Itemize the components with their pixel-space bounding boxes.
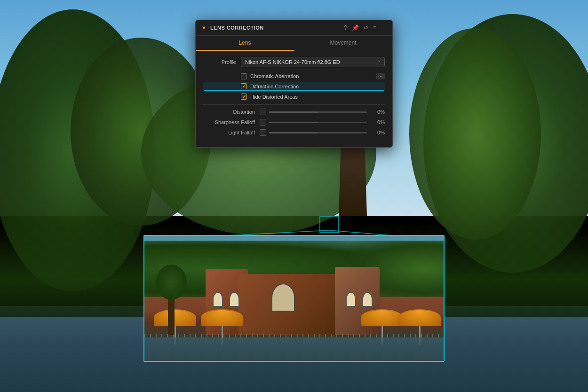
distortion-value: 0% (371, 109, 385, 115)
distortion-slider-row: Distortion 0% (203, 109, 385, 115)
list-icon-btn[interactable]: ≡ (372, 24, 377, 31)
profile-select[interactable]: Nikon AF-S NIKKOR 24-70mm f/2.8G ED ⌃ (241, 57, 385, 67)
distortion-reset-btn[interactable] (260, 109, 266, 115)
separator (203, 104, 385, 105)
profile-label: Profile (203, 59, 236, 65)
undo-icon-btn[interactable]: ↺ (363, 24, 369, 31)
preview-box (143, 235, 445, 362)
diffraction-correction-checkbox[interactable]: ✓ (241, 83, 247, 89)
foliage-center-right (409, 28, 541, 240)
tab-movement[interactable]: Movement (294, 36, 392, 51)
sharpness-falloff-slider-row: Sharpness Falloff 0% (203, 119, 385, 125)
sharpness-falloff-fill (269, 122, 318, 123)
light-falloff-value: 0% (371, 130, 385, 135)
sharpness-falloff-label: Sharpness Falloff (203, 119, 255, 125)
help-icon-btn[interactable]: ? (343, 24, 348, 31)
distortion-label: Distortion (203, 109, 255, 115)
diffraction-correction-label: Diffraction Correction (250, 84, 299, 89)
chromatic-aberration-checkbox[interactable] (241, 73, 247, 79)
light-falloff-label: Light Falloff (203, 130, 255, 135)
distortion-track[interactable] (269, 111, 367, 113)
collapse-icon[interactable]: ▼ (201, 25, 207, 31)
chevron-down-icon: ⌃ (377, 60, 381, 65)
lens-correction-panel: ▼ LENS CORRECTION ? 📌 ↺ ≡ ··· Lens Movem… (195, 20, 393, 148)
panel-title: LENS CORRECTION (210, 25, 339, 31)
more-icon-btn[interactable]: ··· (380, 24, 387, 31)
profile-row: Profile Nikon AF-S NIKKOR 24-70mm f/2.8G… (203, 57, 385, 67)
sharpness-falloff-track[interactable] (269, 122, 367, 123)
sharpness-falloff-reset-btn[interactable] (260, 119, 266, 125)
panel-icon-group: ? 📌 ↺ ≡ ··· (343, 24, 387, 31)
check-icon: ✓ (242, 84, 246, 89)
light-falloff-track[interactable] (269, 132, 367, 133)
panel-body: Profile Nikon AF-S NIKKOR 24-70mm f/2.8G… (196, 51, 392, 147)
tab-lens[interactable]: Lens (196, 36, 294, 51)
profile-select-value: Nikon AF-S NIKKOR 24-70mm f/2.8G ED (245, 59, 340, 65)
light-falloff-fill (269, 132, 318, 133)
distortion-fill (269, 111, 318, 113)
hide-distorted-areas-checkbox[interactable]: ✓ (241, 94, 247, 100)
chromatic-aberration-row: Chromatic Aberration ··· (203, 73, 385, 79)
chromatic-aberration-more-btn[interactable]: ··· (376, 73, 385, 79)
hide-distorted-areas-label: Hide Distorted Areas (250, 94, 298, 100)
light-falloff-slider-row: Light Falloff 0% (203, 129, 385, 136)
preview-water (144, 337, 444, 361)
preview-content (144, 236, 444, 361)
light-falloff-reset-btn[interactable] (260, 129, 266, 136)
chromatic-aberration-label: Chromatic Aberration (250, 73, 299, 79)
check-icon: ✓ (242, 94, 246, 99)
pin-icon-btn[interactable]: 📌 (351, 24, 360, 31)
panel-header: ▼ LENS CORRECTION ? 📌 ↺ ≡ ··· (196, 20, 392, 36)
panel-tabs: Lens Movement (196, 36, 392, 51)
diffraction-correction-row: ✓ Diffraction Correction (203, 82, 385, 91)
hide-distorted-areas-row: ✓ Hide Distorted Areas (203, 94, 385, 100)
sharpness-falloff-value: 0% (371, 119, 385, 125)
